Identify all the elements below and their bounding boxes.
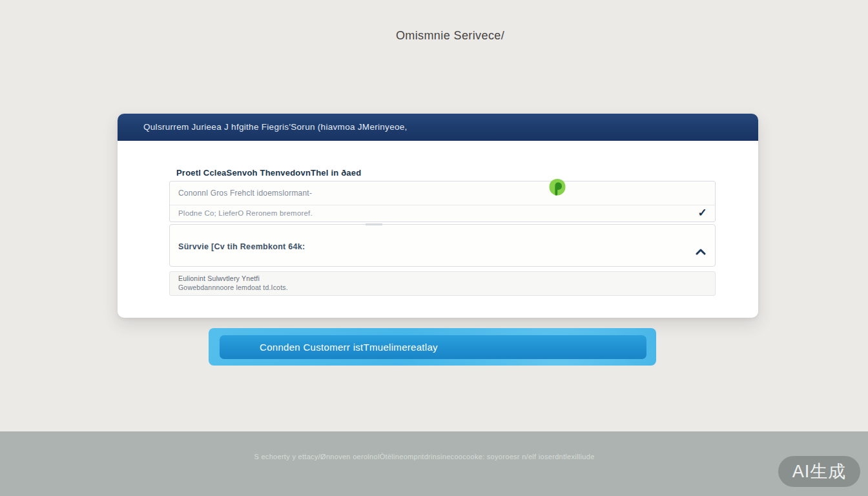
input-group: Cononnl Gros Frehclt idoemslormant- Plod… bbox=[169, 181, 716, 222]
leaf-sprout-icon bbox=[549, 178, 566, 198]
dialog-header-title: Qulsrurrem Jurieea J hfgithe Fiegris'Sor… bbox=[143, 122, 408, 132]
section-label: Sürvvie [Cv tih Reembkont 64k: bbox=[178, 242, 305, 251]
chevron-up-icon[interactable] bbox=[696, 246, 706, 253]
footer: S echoerty y ettacy/Ønnoven oerolnolÒtël… bbox=[0, 431, 868, 496]
collapsible-section[interactable]: Sürvvie [Cv tih Reembkont 64k: bbox=[169, 224, 716, 267]
check-icon: ✓ bbox=[698, 206, 707, 220]
text-input-secondary[interactable]: Plodne Co; LieferO Reronem bremoref. ✓ bbox=[170, 205, 715, 222]
info-line-1: Eulionint Sulwvtlery Ynetfi bbox=[178, 274, 707, 282]
ai-generated-watermark: AI生成 bbox=[778, 456, 860, 487]
info-line-2: Gowebdannnoore lemdoat td.Icots. bbox=[178, 284, 707, 291]
text-input-secondary-value: Plodne Co; LieferO Reronem bremoref. bbox=[178, 209, 313, 217]
dialog-header: Qulsrurrem Jurieea J hfgithe Fiegris'Sor… bbox=[118, 114, 758, 141]
info-box: Eulionint Sulwvtlery Ynetfi Gowebdannnoo… bbox=[169, 271, 716, 296]
page-background: Omismnie Serivece/ Qulsrurrem Jurieea J … bbox=[0, 0, 868, 496]
footer-text: S echoerty y ettacy/Ønnoven oerolnolÒtël… bbox=[0, 453, 858, 460]
dialog-card: Qulsrurrem Jurieea J hfgithe Fiegris'Sor… bbox=[118, 114, 758, 318]
form-field-label: Proetl CcleaSenvoh ThenvedovnThel in ðae… bbox=[176, 168, 361, 178]
text-input-primary[interactable]: Cononnl Gros Frehclt idoemslormant- bbox=[170, 181, 715, 205]
divider bbox=[366, 223, 382, 225]
submit-button[interactable]: Connden Customerr istTmuelimereatlay bbox=[220, 335, 646, 359]
cta-container: Connden Customerr istTmuelimereatlay bbox=[209, 328, 656, 366]
page-title: Omismnie Serivece/ bbox=[16, 29, 868, 43]
